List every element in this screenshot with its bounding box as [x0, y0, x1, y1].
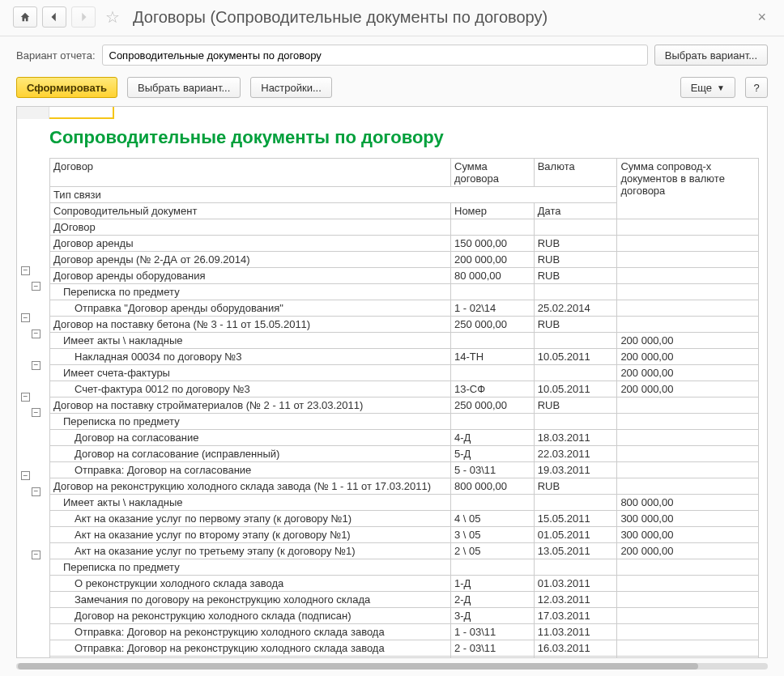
- cell-col3: [617, 657, 759, 659]
- table-row[interactable]: Договор на реконструкцию холодного склад…: [50, 608, 759, 624]
- table-row[interactable]: Переписка по предмету: [50, 414, 759, 430]
- table-row[interactable]: Переписка по предмету: [50, 284, 759, 300]
- cell-col1: 5-Д: [451, 446, 535, 462]
- table-row[interactable]: Отправка: Договор на реконструкцию холод…: [50, 640, 759, 657]
- cell-name: Акт на оказание услуг по второму этапу (…: [50, 527, 451, 543]
- table-row[interactable]: Договор на реконструкцию холодного склад…: [50, 478, 759, 495]
- table-row[interactable]: Акт на оказание услуг по первому этапу (…: [50, 511, 759, 527]
- col-sum: Сумма договора: [451, 159, 535, 187]
- table-row[interactable]: Имеет акты \ накладные800 000,00: [50, 495, 759, 511]
- cell-name: Отправка: Договор на реконструкцию холод…: [50, 657, 451, 659]
- table-row[interactable]: Отправка: Договор на реконструкцию холод…: [50, 624, 759, 640]
- cell-col2: 16.03.2011: [534, 640, 617, 657]
- cell-col2: 13.05.2011: [534, 543, 617, 559]
- cell-col2: RUB: [534, 252, 617, 268]
- col-date: Дата: [534, 203, 617, 219]
- cell-name: Договор аренды (№ 2-ДА от 26.09.2014): [50, 252, 451, 268]
- table-row[interactable]: Акт на оказание услуг по второму этапу (…: [50, 527, 759, 543]
- cell-col3: 200 000,00: [617, 543, 759, 559]
- tree-collapse-toggle[interactable]: −: [21, 313, 30, 322]
- table-row[interactable]: Акт на оказание услуг по третьему этапу …: [50, 543, 759, 559]
- tree-collapse-toggle[interactable]: −: [32, 408, 40, 417]
- table-row[interactable]: Договор аренды оборудования80 000,00RUB: [50, 268, 759, 284]
- cell-col3: [617, 624, 759, 640]
- cell-name: Договор на реконструкцию холодного склад…: [50, 608, 451, 624]
- cell-col2: RUB: [534, 236, 617, 252]
- cell-col3: [617, 608, 759, 624]
- table-row[interactable]: Отправка: Договор на реконструкцию холод…: [50, 657, 759, 659]
- cell-col2: 01.03.2011: [534, 576, 617, 592]
- help-button[interactable]: ?: [745, 77, 768, 98]
- cell-col1: [451, 414, 535, 430]
- table-row[interactable]: Договор на согласование (исправленный)5-…: [50, 446, 759, 462]
- cell-col2: [534, 365, 617, 381]
- table-row[interactable]: Отправка "Договор аренды оборудования"1 …: [50, 300, 759, 317]
- table-row[interactable]: Имеет счета-фактуры200 000,00: [50, 365, 759, 381]
- table-row[interactable]: Имеет акты \ накладные200 000,00: [50, 333, 759, 349]
- cell-col3: [617, 317, 759, 333]
- tree-collapse-toggle[interactable]: −: [21, 393, 30, 402]
- home-button[interactable]: [13, 6, 37, 28]
- cell-col2: 11.03.2011: [534, 624, 617, 640]
- cell-col3: [617, 414, 759, 430]
- cell-col2: 01.05.2011: [534, 527, 617, 543]
- tree-collapse-toggle[interactable]: −: [21, 266, 30, 275]
- cell-col3: [617, 398, 759, 414]
- cell-col1: 1 - 03\11: [451, 624, 535, 640]
- settings-button[interactable]: Настройки...: [250, 77, 332, 98]
- table-row[interactable]: Договор аренды (№ 2-ДА от 26.09.2014)200…: [50, 252, 759, 268]
- table-row[interactable]: Отправка: Договор на согласование5 - 03\…: [50, 462, 759, 478]
- col-contract: Договор: [50, 159, 451, 187]
- form-button[interactable]: Сформировать: [16, 77, 117, 98]
- nav-group: [13, 6, 96, 28]
- cell-col2: [534, 333, 617, 349]
- cell-col3: [617, 576, 759, 592]
- tree-collapse-toggle[interactable]: −: [32, 551, 40, 559]
- variant-input[interactable]: [102, 45, 648, 66]
- close-button[interactable]: ×: [752, 9, 771, 26]
- cell-col1: [451, 495, 535, 511]
- cell-col3: [617, 300, 759, 317]
- cell-col3: [617, 236, 759, 252]
- tree-collapse-toggle[interactable]: −: [32, 487, 40, 496]
- cell-name: Отправка: Договор на реконструкцию холод…: [50, 640, 451, 657]
- cell-col1: 3 - 03\11: [451, 657, 535, 659]
- cell-col1: 5 - 03\11: [451, 462, 535, 478]
- select-variant-button-top[interactable]: Выбрать вариант...: [654, 45, 768, 66]
- cell-col3: [617, 219, 759, 236]
- cell-name: Имеет акты \ накладные: [50, 333, 451, 349]
- table-row[interactable]: Накладная 00034 по договору №314-ТН10.05…: [50, 349, 759, 365]
- cell-name: Договор аренды: [50, 236, 451, 252]
- more-button[interactable]: Еще ▼: [680, 77, 735, 98]
- table-row[interactable]: Счет-фактура 0012 по договору №313-СФ10.…: [50, 381, 759, 398]
- tree-collapse-toggle[interactable]: −: [21, 471, 30, 480]
- table-row[interactable]: Договор на согласование4-Д18.03.2011: [50, 430, 759, 446]
- table-row[interactable]: ДОговор: [50, 219, 759, 236]
- cell-name: Договор аренды оборудования: [50, 268, 451, 284]
- chevron-down-icon: ▼: [717, 83, 725, 92]
- favorite-star-icon[interactable]: ☆: [102, 7, 123, 27]
- cell-name: Договор на согласование: [50, 430, 451, 446]
- cell-col3: [617, 252, 759, 268]
- table-row[interactable]: Договор на поставку стройматериалов (№ 2…: [50, 398, 759, 414]
- col-number: Номер: [451, 203, 535, 219]
- scrollbar-thumb[interactable]: [18, 663, 698, 670]
- cell-col1: 2 - 03\11: [451, 640, 535, 657]
- tree-collapse-toggle[interactable]: −: [32, 329, 40, 338]
- table-row[interactable]: Переписка по предмету: [50, 559, 759, 576]
- select-variant-button[interactable]: Выбрать вариант...: [127, 77, 241, 98]
- cell-col1: 1-Д: [451, 576, 535, 592]
- cell-col2: RUB: [534, 268, 617, 284]
- horizontal-scrollbar[interactable]: [16, 663, 768, 670]
- tree-collapse-toggle[interactable]: −: [32, 361, 40, 370]
- cell-col2: 10.05.2011: [534, 349, 617, 365]
- table-row[interactable]: Договор аренды150 000,00RUB: [50, 236, 759, 252]
- table-row[interactable]: О реконструкции холодного склада завода1…: [50, 576, 759, 592]
- back-button[interactable]: [42, 6, 66, 28]
- tree-collapse-toggle[interactable]: −: [32, 282, 40, 291]
- titlebar: ☆ Договоры (Сопроводительные документы п…: [0, 0, 784, 36]
- table-row[interactable]: Договор на поставку бетона (№ 3 - 11 от …: [50, 317, 759, 333]
- forward-button[interactable]: [71, 6, 96, 28]
- table-row[interactable]: Замечания по договору на реконструкцию х…: [50, 592, 759, 608]
- variant-label: Вариант отчета:: [16, 49, 96, 62]
